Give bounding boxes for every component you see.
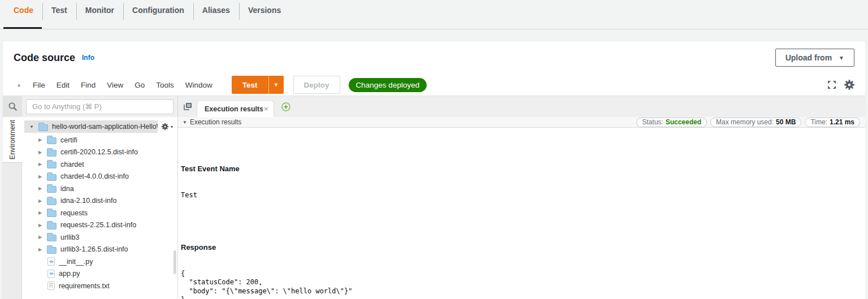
- tab-versions[interactable]: Versions: [239, 5, 290, 16]
- tree-item-chardet-dist-info[interactable]: ▶chardet-4.0.0.dist-info: [22, 171, 177, 183]
- tree-item-requests-dist-info[interactable]: ▶requests-2.25.1.dist-info: [22, 219, 177, 232]
- goto-anything-bar: [22, 96, 178, 117]
- deploy-button[interactable]: Deploy: [293, 76, 340, 94]
- menu-find[interactable]: Find: [75, 81, 101, 89]
- search-icon-cell[interactable]: [3, 96, 22, 117]
- menu-view[interactable]: View: [101, 81, 129, 89]
- chevron-down-icon: ▼: [839, 55, 844, 61]
- caret-collapsed-icon[interactable]: ▶: [37, 162, 43, 167]
- tab-configuration[interactable]: Configuration: [123, 5, 193, 16]
- environment-tab[interactable]: Environment: [3, 117, 22, 163]
- test-event-name-value: Test: [181, 191, 865, 200]
- tree-item-requests[interactable]: ▶requests: [22, 207, 177, 219]
- execution-results-header-label: Execution results: [190, 118, 241, 126]
- tree-item-chardet[interactable]: ▶chardet: [22, 158, 177, 171]
- folder-icon: [47, 198, 57, 205]
- menu-edit[interactable]: Edit: [51, 81, 75, 89]
- folder-icon: [47, 162, 57, 168]
- status-badge-value: Succeeded: [666, 118, 701, 126]
- tree-item-requirements-txt[interactable]: requirements.txt: [22, 280, 177, 292]
- tree-item-init-py[interactable]: __init__.py: [22, 255, 177, 268]
- info-link[interactable]: Info: [82, 54, 94, 62]
- test-button[interactable]: Test ▼: [232, 76, 284, 94]
- gear-icon[interactable]: [844, 79, 855, 90]
- caret-collapsed-icon[interactable]: ▶: [37, 223, 43, 228]
- execution-results-tab[interactable]: Execution results ×: [197, 100, 274, 117]
- execution-results-header: ▼ Execution results Status:Succeeded Max…: [178, 117, 865, 128]
- caret-collapsed-icon[interactable]: ▶: [37, 150, 43, 155]
- folder-icon: [47, 174, 57, 181]
- python-file-icon: [47, 270, 55, 278]
- caret-collapsed-icon[interactable]: ▶: [37, 174, 43, 179]
- fullscreen-icon[interactable]: [827, 80, 836, 89]
- tree-item-label: app.py: [59, 270, 80, 278]
- tab-monitor[interactable]: Monitor: [76, 5, 123, 16]
- page-title: Code source: [14, 52, 75, 64]
- tree-item-urllib3-dist-info[interactable]: ▶urllib3-1.26.5.dist-info: [22, 244, 177, 256]
- menu-file[interactable]: File: [27, 81, 51, 89]
- editor-corner-icons: [827, 79, 858, 90]
- tab-test[interactable]: Test: [42, 5, 76, 16]
- tab-code[interactable]: Code: [5, 5, 42, 16]
- upload-from-label: Upload from: [785, 53, 832, 62]
- tree-item-idna-dist-info[interactable]: ▶idna-2.10.dist-info: [22, 195, 177, 207]
- collapse-section-icon[interactable]: ▼: [183, 120, 187, 125]
- new-tab-icon[interactable]: [281, 102, 290, 111]
- tree-item-idna[interactable]: ▶idna: [22, 183, 177, 195]
- test-button-label[interactable]: Test: [232, 76, 268, 94]
- caret-collapsed-icon[interactable]: ▶: [37, 137, 43, 142]
- tree-root-selection[interactable]: ▼ hello-world-sam-application-HelloWorl: [24, 120, 158, 133]
- editor-tab-strip: Execution results ×: [178, 96, 865, 117]
- active-tab-underline: [3, 27, 42, 29]
- tree-item-label: requests-2.25.1.dist-info: [60, 221, 136, 229]
- tree-item-label: certifi-2020.12.5.dist-info: [60, 148, 138, 156]
- tree-item-label: urllib3: [60, 233, 79, 241]
- folder-icon: [47, 210, 57, 217]
- caret-collapsed-icon[interactable]: ▶: [37, 235, 43, 240]
- folder-icon: [47, 150, 57, 157]
- caret-collapsed-icon[interactable]: ▶: [37, 210, 43, 215]
- search-icon: [8, 102, 18, 111]
- python-file-icon: [47, 257, 55, 266]
- results-pane: ▼ Execution results Status:Succeeded Max…: [178, 117, 865, 299]
- folder-icon: [47, 137, 57, 144]
- time-badge: Time:1.21 ms: [805, 118, 860, 127]
- tree-item-certifi[interactable]: ▶certifi: [22, 134, 177, 146]
- upload-from-button[interactable]: Upload from ▼: [775, 49, 854, 67]
- execution-results-body[interactable]: Test Event Name Test Response { "statusC…: [178, 128, 865, 299]
- left-rail: Environment: [3, 117, 22, 299]
- caret-down-icon: ▾: [171, 124, 173, 129]
- tree-item-label: certifi: [60, 136, 77, 144]
- tree-item-certifi-dist-info[interactable]: ▶certifi-2020.12.5.dist-info: [22, 146, 177, 159]
- time-badge-value: 1.21 ms: [830, 118, 854, 126]
- tree-item-app-py[interactable]: app.py: [22, 268, 177, 280]
- goto-anything-input[interactable]: [26, 99, 173, 114]
- caret-expanded-icon[interactable]: ▼: [29, 124, 34, 129]
- folder-icon: [47, 247, 57, 254]
- tree-root-row[interactable]: ▼ hello-world-sam-application-HelloWorl …: [24, 120, 173, 133]
- tab-aliases[interactable]: Aliases: [193, 5, 239, 16]
- test-event-name-heading: Test Event Name: [181, 164, 865, 174]
- tree-scrollbar[interactable]: [173, 250, 176, 274]
- tree-item-urllib3[interactable]: ▶urllib3: [22, 231, 177, 244]
- caret-collapsed-icon[interactable]: ▶: [37, 186, 43, 191]
- tab-list-icon[interactable]: [183, 102, 192, 111]
- max-memory-badge-value: 50 MB: [776, 118, 796, 126]
- close-tab-icon[interactable]: ×: [264, 105, 268, 113]
- collapse-pane-icon[interactable]: ▲: [16, 82, 21, 88]
- blank-line: [181, 217, 865, 226]
- panel-header: Code source Info Upload from ▼: [3, 41, 865, 74]
- tree-settings-button[interactable]: ▾: [161, 123, 173, 131]
- menu-tools[interactable]: Tools: [150, 81, 180, 89]
- caret-collapsed-icon[interactable]: ▶: [37, 247, 43, 252]
- caret-collapsed-icon[interactable]: ▶: [37, 198, 43, 203]
- max-memory-badge-label: Max memory used:: [716, 118, 774, 126]
- ide-body: Environment ▼ hello-world-sam-applicatio…: [3, 117, 865, 299]
- menu-go[interactable]: Go: [129, 81, 150, 89]
- test-dropdown-button[interactable]: ▼: [268, 76, 284, 94]
- tree-item-label: __init__.py: [59, 258, 93, 266]
- tree-item-label: requests: [60, 209, 88, 217]
- menu-window[interactable]: Window: [180, 81, 218, 89]
- tree-item-label: requirements.txt: [59, 282, 110, 290]
- gear-icon: [161, 123, 169, 131]
